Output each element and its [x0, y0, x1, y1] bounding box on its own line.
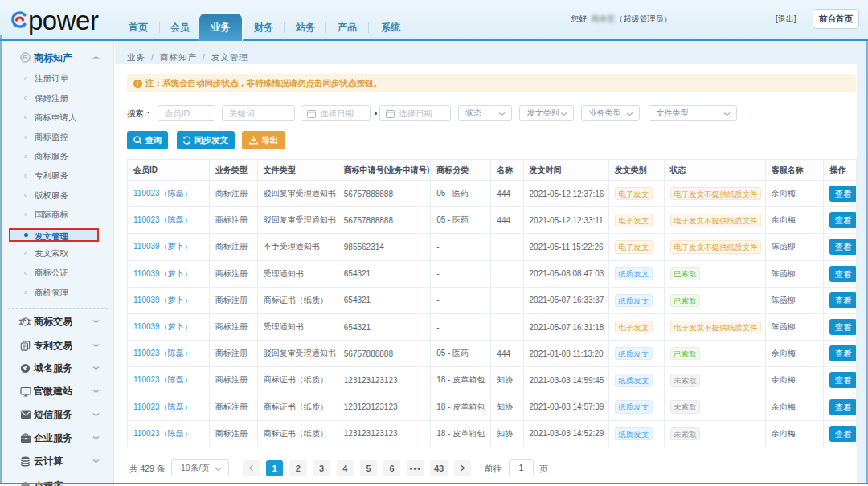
svg-text:R: R	[23, 54, 28, 61]
